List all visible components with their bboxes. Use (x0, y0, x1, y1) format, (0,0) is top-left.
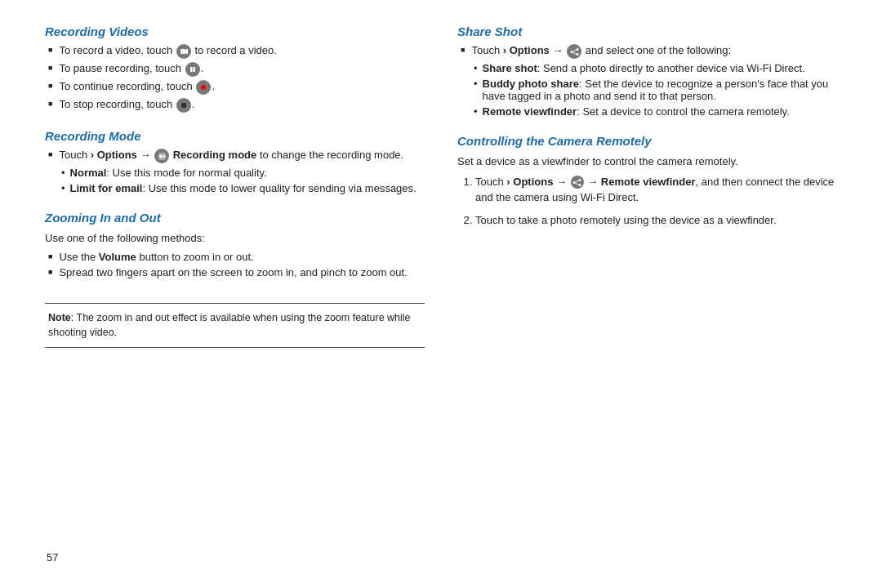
pause-icon (185, 62, 200, 77)
list-item: To continue recording, touch . (45, 80, 425, 95)
svg-point-10 (576, 48, 578, 51)
list-item: Touch › Options → and select one of the … (457, 44, 837, 59)
svg-rect-3 (193, 67, 195, 72)
svg-rect-6 (181, 103, 186, 108)
list-item: Spread two fingers apart on the screen t… (45, 266, 425, 278)
left-column: Recording Videos To record a video, touc… (45, 24, 425, 545)
section-zooming: Zooming In and Out Use one of the follow… (45, 211, 425, 282)
share-shot-list: Touch › Options → and select one of the … (457, 44, 837, 59)
note-box: Note: The zoom in and out effect is avai… (45, 303, 425, 349)
controlling-intro: Set a device as a viewfinder to control … (457, 154, 837, 170)
list-item: Touch › Options → Recording mode to chan… (45, 149, 425, 163)
main-columns: Recording Videos To record a video, touc… (45, 24, 837, 545)
section-recording-mode: Recording Mode Touch › Options → Recordi… (45, 129, 425, 198)
svg-point-17 (579, 184, 581, 186)
note-label: Note: The zoom in and out effect is avai… (48, 312, 411, 339)
svg-line-14 (572, 52, 576, 54)
zooming-title: Zooming In and Out (45, 211, 425, 225)
chevron-icon: › (91, 149, 94, 161)
list-item: Buddy photo share: Set the device to rec… (474, 78, 837, 102)
list-item: To pause recording, touch . (45, 62, 425, 77)
share-icon-2 (571, 176, 584, 189)
list-item: Use the Volume button to zoom in or out. (45, 251, 425, 263)
list-item: Touch › Options → → Remote viewfinder, a… (475, 174, 837, 206)
stop-icon (176, 98, 191, 113)
list-item: To record a video, touch to record a vid… (45, 44, 425, 59)
svg-point-11 (570, 51, 572, 53)
video-record-icon (176, 44, 191, 59)
svg-rect-2 (190, 67, 193, 72)
chevron-icon: › (506, 176, 510, 188)
svg-rect-0 (180, 49, 185, 54)
section-share-shot: Share Shot Touch › Options → and select … (457, 24, 837, 121)
share-shot-title: Share Shot (457, 24, 837, 38)
recording-mode-sub-list: Normal: Use this mode for normal quality… (45, 167, 425, 194)
list-item: To stop recording, touch . (45, 98, 425, 113)
continue-icon (196, 80, 211, 95)
list-item: Share shot: Send a photo directly to ano… (474, 62, 837, 74)
svg-point-8 (159, 154, 163, 158)
svg-point-12 (576, 53, 578, 56)
list-item: Normal: Use this mode for normal quality… (61, 167, 425, 179)
list-item: Touch to take a photo remotely using the… (475, 212, 837, 229)
recording-mode-title: Recording Mode (45, 129, 425, 143)
controlling-title: Controlling the Camera Remotely (457, 134, 837, 148)
share-icon (567, 44, 581, 59)
right-column: Share Shot Touch › Options → and select … (457, 24, 837, 545)
options-label: Options (97, 149, 137, 161)
recording-mode-list: Touch › Options → Recording mode to chan… (45, 149, 425, 163)
zooming-list: Use the Volume button to zoom in or out.… (45, 251, 425, 278)
chevron-icon: › (503, 44, 506, 56)
svg-point-16 (573, 181, 576, 184)
svg-point-15 (579, 179, 581, 181)
svg-line-19 (575, 183, 578, 185)
share-shot-sub-list: Share shot: Send a photo directly to ano… (457, 62, 837, 118)
page: Recording Videos To record a video, touc… (0, 0, 882, 588)
svg-line-13 (572, 50, 576, 51)
svg-line-18 (575, 180, 578, 182)
recording-videos-title: Recording Videos (45, 24, 425, 38)
recording-mode-text: Recording mode (173, 149, 257, 161)
section-recording-videos: Recording Videos To record a video, touc… (45, 24, 425, 116)
page-number: 57 (45, 551, 837, 564)
controlling-steps: Touch › Options → → Remote viewfinder, a… (457, 174, 837, 229)
recording-mode-icon (154, 149, 169, 163)
section-controlling: Controlling the Camera Remotely Set a de… (457, 134, 837, 234)
zooming-intro: Use one of the following methods: (45, 230, 425, 247)
recording-videos-list: To record a video, touch to record a vid… (45, 44, 425, 113)
list-item: Remote viewfinder: Set a device to contr… (474, 105, 837, 118)
svg-point-5 (203, 87, 205, 89)
svg-marker-1 (185, 49, 188, 55)
list-item: Limit for email: Use this mode to lower … (61, 182, 425, 194)
